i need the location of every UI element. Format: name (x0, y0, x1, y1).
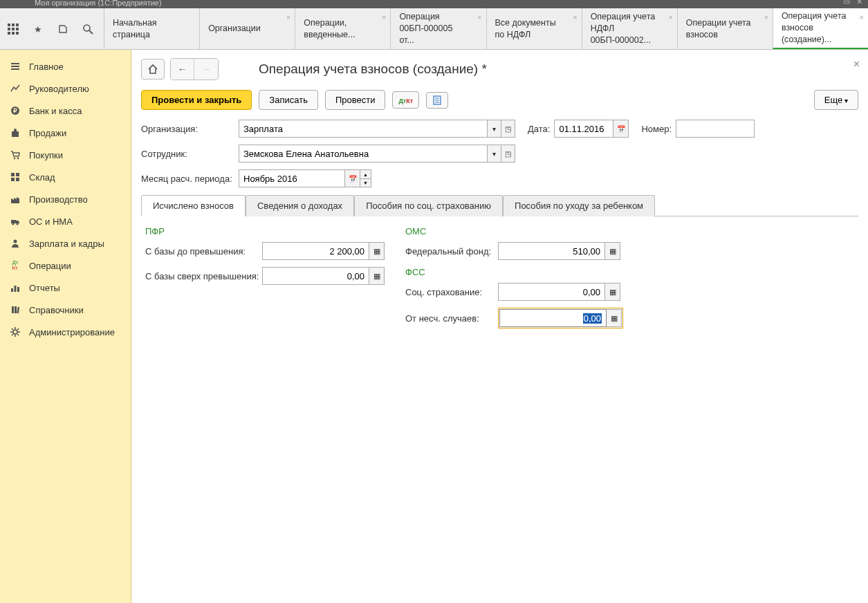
fss-accident-focus-wrap: 0,00 ▦ (498, 308, 623, 328)
org-dropdown-icon[interactable]: ▾ (488, 120, 501, 138)
inner-tab-1[interactable]: Сведения о доходах (246, 195, 354, 216)
calculator-icon[interactable]: ▦ (605, 242, 620, 260)
period-down-icon[interactable]: ▼ (360, 178, 371, 187)
tab-close-icon[interactable]: × (286, 12, 290, 23)
calculator-icon[interactable]: ▦ (369, 242, 385, 260)
svg-line-40 (12, 334, 13, 335)
calendar-icon[interactable]: 📅 (613, 120, 629, 138)
sidebar-item-person[interactable]: Зарплата и кадры (0, 232, 131, 254)
sidebar-item-dtkt[interactable]: ДтКтОперации (0, 254, 131, 277)
home-button[interactable] (141, 59, 165, 80)
sidebar-item-ruble[interactable]: ₽Банк и касса (0, 100, 131, 122)
oms-title: ОМС (405, 226, 623, 236)
row-pfr-above: С базы сверх превышения: ▦ (145, 267, 385, 285)
inner-tabs: Исчислено взносовСведения о доходахПособ… (141, 194, 858, 216)
back-button[interactable]: ← (171, 59, 194, 80)
inner-tab-3[interactable]: Пособия по уходу за ребенком (503, 195, 655, 216)
sidebar-item-cart[interactable]: Покупки (0, 144, 131, 166)
report-button[interactable] (426, 92, 448, 109)
sidebar-item-chart[interactable]: Руководителю (0, 77, 131, 100)
svg-rect-6 (8, 32, 10, 35)
sidebar-item-truck[interactable]: ОС и НМА (0, 210, 131, 232)
sidebar-item-bag[interactable]: Продажи (0, 122, 131, 144)
top-strip: ★ Начальнаястраница×Организации×Операции… (0, 8, 868, 50)
sidebar-item-gear[interactable]: Администрирование (0, 321, 131, 343)
boxes-icon (10, 171, 21, 183)
sidebar-item-books[interactable]: Справочники (0, 299, 131, 321)
tab-close-icon[interactable]: × (477, 12, 481, 23)
tab-close-icon[interactable]: × (573, 12, 577, 23)
svg-rect-7 (12, 32, 15, 35)
inner-form: ПФР С базы до превышения: ▦ С базы сверх… (141, 216, 858, 345)
org-input[interactable] (239, 120, 488, 138)
pfr-before-input[interactable] (262, 242, 369, 260)
close-icon[interactable]: × (853, 58, 860, 71)
star-icon[interactable]: ★ (32, 23, 44, 35)
tab-label-2: страница (113, 29, 187, 41)
inner-tab-2[interactable]: Пособия по соц. страхованию (354, 195, 503, 216)
fss-social-input[interactable] (498, 283, 605, 301)
svg-point-9 (84, 25, 90, 31)
gear-icon (10, 326, 21, 337)
tab-5[interactable]: ×Операция учетаНДФЛ 00БП-000002... (582, 8, 677, 49)
tab-label: Операция учета (591, 11, 665, 23)
dtkt-button[interactable]: ДтКт (392, 91, 419, 109)
tab-close-icon[interactable]: × (668, 12, 672, 23)
sidebar-item-bars[interactable]: Отчеты (0, 277, 131, 299)
period-up-icon[interactable]: ▲ (360, 169, 371, 178)
more-button[interactable]: Еще (814, 90, 858, 110)
sidebar-item-label: ОС и НМА (29, 216, 73, 227)
svg-rect-26 (11, 288, 13, 292)
tab-1[interactable]: ×Организации (199, 8, 295, 49)
inner-tab-0[interactable]: Исчислено взносов (141, 195, 246, 216)
fss-accident-input[interactable]: 0,00 (499, 309, 607, 327)
write-button[interactable]: Записать (259, 90, 318, 110)
history-icon[interactable] (57, 23, 69, 35)
tab-close-icon[interactable]: × (860, 12, 864, 23)
oms-federal-input[interactable] (498, 242, 605, 260)
calculator-icon[interactable]: ▦ (369, 267, 385, 285)
tab-0[interactable]: Начальнаястраница (104, 8, 199, 49)
svg-text:₽: ₽ (13, 107, 17, 114)
svg-rect-28 (17, 287, 19, 292)
books-icon (10, 304, 21, 315)
employee-open-icon[interactable]: ◳ (501, 145, 515, 163)
sidebar-item-menu[interactable]: Главное (0, 55, 131, 77)
calculator-icon[interactable]: ▦ (605, 283, 620, 301)
sidebar-item-boxes[interactable]: Склад (0, 166, 131, 188)
titlebar: Моя организация (1С:Предприятие) ▭ ✕ (0, 0, 868, 8)
svg-point-25 (14, 240, 17, 243)
svg-point-24 (17, 223, 19, 225)
post-button[interactable]: Провести (325, 90, 386, 110)
employee-dropdown-icon[interactable]: ▾ (488, 145, 501, 163)
post-and-close-button[interactable]: Провести и закрыть (141, 90, 252, 110)
calculator-icon[interactable]: ▦ (607, 309, 622, 327)
apps-icon[interactable] (7, 23, 19, 35)
sidebar-item-label: Главное (29, 62, 64, 72)
tab-close-icon[interactable]: × (382, 12, 386, 23)
tab-close-icon[interactable]: × (764, 12, 768, 23)
page-title: Операция учета взносов (создание) * (259, 62, 487, 77)
sidebar-item-factory[interactable]: Производство (0, 188, 131, 210)
pfr-above-input[interactable] (262, 267, 369, 285)
period-input[interactable] (239, 169, 345, 187)
org-open-icon[interactable]: ◳ (501, 120, 515, 138)
tab-7[interactable]: ×Операция учетавзносов (создание)... (773, 8, 868, 49)
row-oms-federal: Федеральный фонд: ▦ (405, 242, 623, 260)
period-calendar-icon[interactable]: 📅 (345, 169, 360, 187)
tab-2[interactable]: ×Операции,введенные... (295, 8, 390, 49)
date-input[interactable] (554, 120, 613, 138)
svg-rect-8 (16, 32, 19, 35)
fss-social-label: Соц. страхование: (405, 287, 495, 297)
svg-rect-1 (12, 24, 15, 26)
tab-3[interactable]: ×Операция 00БП-000005от... (390, 8, 486, 49)
number-input[interactable] (676, 120, 755, 138)
tab-6[interactable]: ×Операции учетавзносов (677, 8, 773, 49)
search-icon[interactable] (82, 23, 94, 35)
tab-4[interactable]: ×Все документыпо НДФЛ (486, 8, 582, 49)
tab-label: Организации (208, 23, 282, 35)
button-row: Провести и закрыть Записать Провести ДтК… (141, 90, 858, 110)
employee-input[interactable] (239, 145, 488, 163)
sidebar-item-label: Банк и касса (29, 106, 82, 116)
col-oms-fss: ОМС Федеральный фонд: ▦ ФСС Соц. страхов… (405, 226, 623, 335)
